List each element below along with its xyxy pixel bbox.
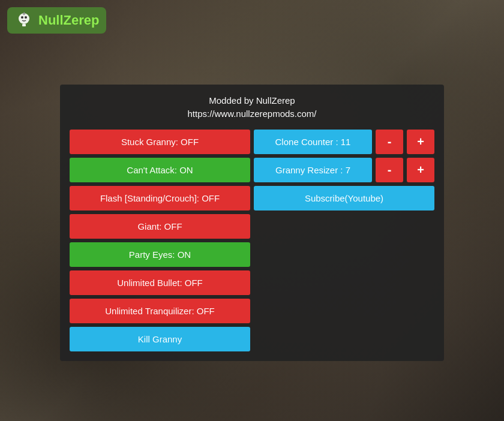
svg-rect-5 [24,12,25,14]
subscribe-youtube-button[interactable]: Subscribe(Youtube) [254,186,434,210]
granny-resizer-row: Granny Resizer : 7 - + [254,158,434,182]
granny-resizer-label: Granny Resizer : 7 [254,158,372,182]
brand-badge: NullZerep [7,7,106,34]
party-eyes-button[interactable]: Party Eyes: ON [70,242,250,267]
brand-icon [14,11,34,30]
stuck-granny-button[interactable]: Stuck Granny: OFF [70,130,250,154]
svg-rect-1 [22,24,26,26]
giant-button[interactable]: Giant: OFF [70,214,250,239]
clone-counter-plus-button[interactable]: + [407,130,434,154]
clone-counter-label: Clone Counter : 11 [254,130,372,154]
flash-button[interactable]: Flash [Standing/Crouch]: OFF [70,186,250,210]
unlimited-tranquilizer-button[interactable]: Unlimited Tranquilizer: OFF [70,299,250,323]
left-column: Stuck Granny: OFF Can't Attack: ON Flash… [70,130,250,351]
granny-resizer-plus-button[interactable]: + [407,158,434,182]
granny-resizer-minus-button[interactable]: - [376,158,403,182]
clone-counter-minus-button[interactable]: - [376,130,403,154]
panel-header: Modded by NullZerep https://www.nullzere… [70,94,434,121]
svg-point-3 [25,16,27,19]
kill-granny-button[interactable]: Kill Granny [70,327,250,351]
unlimited-bullet-button[interactable]: Unlimited Bullet: OFF [70,270,250,295]
clone-counter-row: Clone Counter : 11 - + [254,130,434,154]
header-line1: Modded by NullZerep [70,94,434,108]
cant-attack-button[interactable]: Can't Attack: ON [70,158,250,182]
right-column: Clone Counter : 11 - + Granny Resizer : … [254,130,434,351]
header-line2: https://www.nullzerepmods.com/ [70,107,434,121]
brand-name: NullZerep [38,13,99,28]
main-grid: Stuck Granny: OFF Can't Attack: ON Flash… [70,130,434,351]
main-panel: Modded by NullZerep https://www.nullzere… [60,85,444,361]
svg-point-2 [21,16,23,19]
